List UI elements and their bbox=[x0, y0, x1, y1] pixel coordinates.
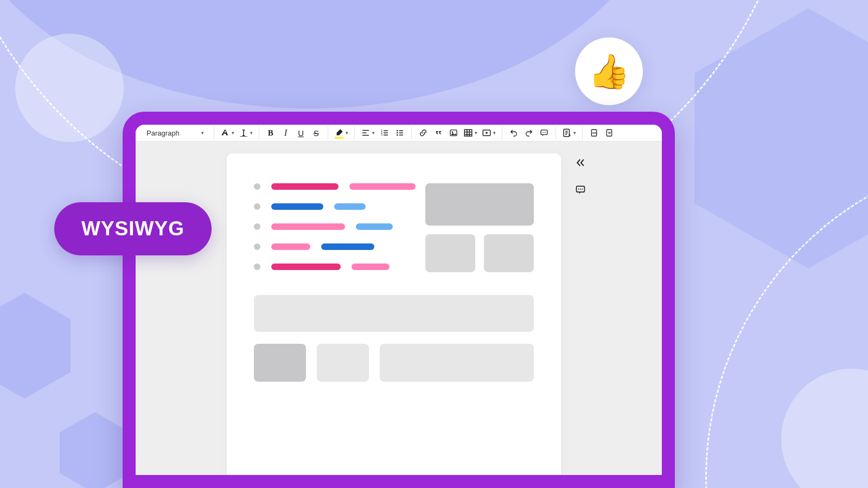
image-placeholder bbox=[254, 344, 306, 382]
comment-icon bbox=[575, 184, 586, 195]
bullet-list-mock bbox=[254, 183, 416, 272]
chevron-down-icon: ▾ bbox=[201, 130, 204, 136]
bullet-dot bbox=[254, 264, 260, 270]
media-icon bbox=[482, 128, 492, 138]
chevron-down-icon: ▾ bbox=[573, 130, 576, 136]
quote-icon bbox=[434, 129, 443, 137]
table-icon bbox=[463, 128, 473, 138]
undo-icon bbox=[509, 129, 518, 137]
media-button[interactable]: ▾ bbox=[480, 125, 497, 141]
bulleted-list-icon bbox=[395, 129, 404, 137]
underline-button[interactable]: U bbox=[294, 125, 308, 141]
undo-button[interactable] bbox=[507, 125, 521, 141]
bullet-row bbox=[254, 183, 416, 190]
thumbs-up-badge: 👍 bbox=[575, 37, 643, 105]
wysiwyg-label: WYSIWYG bbox=[81, 217, 184, 240]
pdf-icon: PDF bbox=[590, 129, 598, 137]
bullet-row bbox=[254, 223, 416, 230]
toolbar-separator bbox=[259, 126, 259, 139]
export-pdf-button[interactable]: PDF bbox=[587, 125, 601, 141]
font-size-button[interactable]: ▾ bbox=[219, 125, 236, 141]
toolbar-separator bbox=[354, 126, 355, 139]
wysiwyg-badge: WYSIWYG bbox=[54, 202, 212, 255]
italic-button[interactable]: I bbox=[279, 125, 293, 141]
comment-button[interactable] bbox=[537, 125, 551, 141]
thumbnail-row bbox=[254, 344, 534, 382]
text-bar bbox=[321, 243, 374, 250]
text-bar bbox=[356, 223, 393, 230]
collapse-panel-button[interactable] bbox=[573, 157, 588, 169]
export-word-button[interactable]: W bbox=[602, 125, 616, 141]
block-format-select[interactable]: Paragraph ▾ bbox=[141, 125, 209, 141]
bg-circle bbox=[15, 34, 124, 142]
table-button[interactable]: ▾ bbox=[462, 125, 479, 141]
svg-point-5 bbox=[397, 134, 398, 136]
image-placeholder bbox=[425, 183, 534, 226]
bullet-row bbox=[254, 264, 416, 270]
svg-rect-8 bbox=[464, 130, 472, 136]
highlight-icon bbox=[334, 128, 344, 138]
svg-point-22 bbox=[582, 189, 583, 190]
toolbar-separator bbox=[556, 126, 556, 139]
toolbar-separator bbox=[502, 126, 502, 139]
side-toolbar bbox=[570, 153, 591, 475]
track-changes-icon bbox=[562, 128, 572, 138]
svg-text:W: W bbox=[608, 131, 611, 134]
numbered-list-button[interactable]: 123 bbox=[378, 125, 392, 141]
redo-icon bbox=[525, 129, 533, 137]
image-button[interactable] bbox=[446, 125, 461, 141]
font-family-button[interactable]: ▾ bbox=[237, 125, 254, 141]
block-placeholder bbox=[380, 344, 534, 382]
editor-toolbar: Paragraph ▾ ▾ ▾ B I U S ▾ bbox=[136, 125, 662, 142]
blockquote-button[interactable] bbox=[431, 125, 445, 141]
strikethrough-button[interactable]: S bbox=[309, 125, 323, 141]
comments-panel-button[interactable] bbox=[573, 184, 588, 196]
text-bar bbox=[349, 183, 416, 190]
highlight-button[interactable]: ▾ bbox=[333, 125, 350, 141]
svg-point-7 bbox=[451, 131, 453, 133]
link-icon bbox=[419, 129, 427, 137]
toolbar-separator bbox=[582, 126, 583, 139]
bullet-dot bbox=[254, 203, 260, 210]
editor-body bbox=[136, 142, 662, 475]
text-bar bbox=[271, 223, 345, 230]
document-page[interactable] bbox=[227, 153, 561, 475]
link-button[interactable] bbox=[416, 125, 430, 141]
bold-button[interactable]: B bbox=[264, 125, 278, 141]
image-placeholder bbox=[425, 234, 475, 272]
font-family-icon bbox=[239, 128, 248, 138]
svg-point-21 bbox=[580, 189, 581, 190]
bullet-row bbox=[254, 203, 416, 210]
toolbar-separator bbox=[328, 126, 328, 139]
svg-point-11 bbox=[542, 132, 543, 133]
align-button[interactable]: ▾ bbox=[359, 125, 376, 141]
word-icon: W bbox=[605, 129, 614, 137]
chevron-down-icon: ▾ bbox=[372, 130, 375, 136]
font-size-icon bbox=[220, 128, 230, 138]
chevron-down-icon: ▾ bbox=[346, 130, 348, 136]
bulleted-list-button[interactable] bbox=[393, 125, 407, 141]
track-changes-button[interactable]: ▾ bbox=[560, 125, 578, 141]
svg-point-3 bbox=[397, 130, 398, 132]
svg-point-20 bbox=[578, 189, 579, 190]
editor-window: Paragraph ▾ ▾ ▾ B I U S ▾ bbox=[136, 125, 662, 475]
comment-icon bbox=[540, 129, 548, 137]
svg-text:3: 3 bbox=[381, 133, 382, 136]
bullet-dot bbox=[254, 223, 260, 230]
editor-window-frame: Paragraph ▾ ▾ ▾ B I U S ▾ bbox=[123, 112, 675, 488]
bg-hexagon bbox=[60, 412, 130, 488]
toolbar-separator bbox=[214, 126, 214, 139]
paragraph-placeholder bbox=[254, 295, 534, 332]
thumbs-up-icon: 👍 bbox=[588, 52, 630, 91]
chevron-down-icon: ▾ bbox=[493, 130, 496, 136]
bg-hexagon bbox=[0, 293, 71, 399]
image-placeholder-group bbox=[425, 183, 534, 272]
toolbar-separator bbox=[411, 126, 412, 139]
svg-text:PDF: PDF bbox=[592, 132, 597, 134]
text-bar bbox=[271, 203, 323, 210]
svg-point-4 bbox=[397, 132, 398, 134]
double-chevron-left-icon bbox=[575, 157, 586, 168]
block-format-label: Paragraph bbox=[146, 129, 180, 137]
text-bar bbox=[271, 183, 339, 190]
redo-button[interactable] bbox=[522, 125, 536, 141]
